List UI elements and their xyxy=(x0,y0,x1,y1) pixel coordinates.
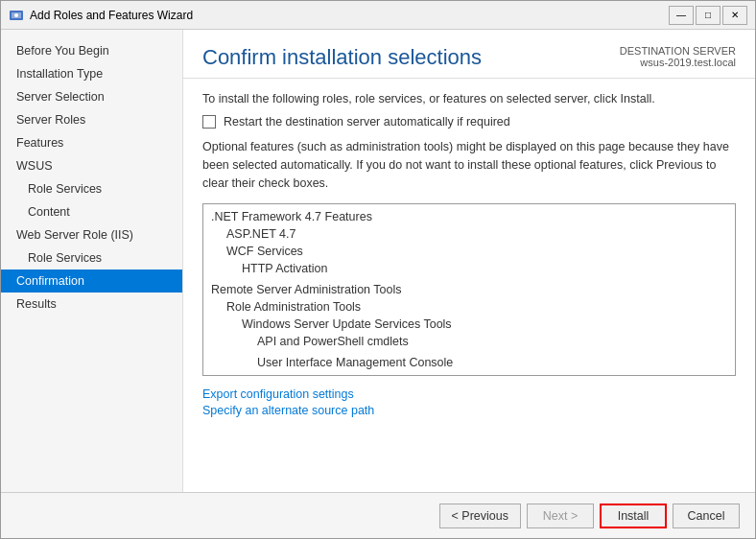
sidebar-item-role-services[interactable]: Role Services xyxy=(1,246,182,270)
feature-item: Remote Server Administration Tools xyxy=(203,281,735,298)
cancel-button[interactable]: Cancel xyxy=(673,504,740,528)
sidebar-item-wsus[interactable]: WSUS xyxy=(1,154,182,177)
sidebar-item-role-services[interactable]: Role Services xyxy=(1,177,182,200)
window-controls: — □ ✕ xyxy=(669,6,747,25)
next-button[interactable]: Next > xyxy=(527,504,594,528)
destination-server-name: wsus-2019.test.local xyxy=(620,57,736,68)
feature-item: .NET Framework 4.7 Features xyxy=(203,208,735,225)
content-area: Before You BeginInstallation TypeServer … xyxy=(1,30,755,492)
feature-item: ASP.NET 4.7 xyxy=(203,225,735,243)
restart-checkbox-row[interactable]: Restart the destination server automatic… xyxy=(202,115,736,129)
sidebar: Before You BeginInstallation TypeServer … xyxy=(1,30,183,492)
window-title: Add Roles and Features Wizard xyxy=(30,9,669,22)
svg-point-2 xyxy=(14,13,18,17)
close-button[interactable]: ✕ xyxy=(722,6,747,25)
sidebar-item-server-selection[interactable]: Server Selection xyxy=(1,85,182,108)
feature-item: WCF Services xyxy=(203,243,735,260)
main-body: To install the following roles, role ser… xyxy=(183,79,755,492)
sidebar-item-content[interactable]: Content xyxy=(1,200,182,223)
page-title: Confirm installation selections xyxy=(202,45,482,70)
main-panel: Confirm installation selections DESTINAT… xyxy=(183,30,755,492)
window-icon xyxy=(9,8,24,23)
previous-button[interactable]: < Previous xyxy=(439,504,521,528)
sidebar-item-before-you-begin[interactable]: Before You Begin xyxy=(1,39,182,62)
minimize-button[interactable]: — xyxy=(669,6,694,25)
sidebar-item-web-server-role-(iis)[interactable]: Web Server Role (IIS) xyxy=(1,223,182,246)
alternate-source-link[interactable]: Specify an alternate source path xyxy=(202,404,736,417)
sidebar-item-results[interactable]: Results xyxy=(1,293,182,316)
export-config-link[interactable]: Export configuration settings xyxy=(202,387,736,401)
intro-text: To install the following roles, role ser… xyxy=(202,92,736,105)
install-button[interactable]: Install xyxy=(600,504,667,528)
optional-text: Optional features (such as administratio… xyxy=(202,138,736,192)
feature-item: Role Administration Tools xyxy=(203,298,735,316)
feature-item: API and PowerShell cmdlets xyxy=(203,333,735,350)
destination-label: DESTINATION SERVER xyxy=(620,45,736,57)
feature-item: Windows Server Update Services Tools xyxy=(203,316,735,333)
wizard-window: Add Roles and Features Wizard — □ ✕ Befo… xyxy=(0,0,756,539)
footer: < Previous Next > Install Cancel xyxy=(1,492,755,538)
feature-item: User Interface Management Console xyxy=(203,354,735,371)
feature-item: Web Server (IIS) xyxy=(203,375,735,376)
sidebar-item-confirmation[interactable]: Confirmation xyxy=(1,270,182,293)
links-area: Export configuration settings Specify an… xyxy=(202,387,736,417)
restart-label: Restart the destination server automatic… xyxy=(224,115,510,129)
destination-server-info: DESTINATION SERVER wsus-2019.test.local xyxy=(620,45,736,68)
feature-item: HTTP Activation xyxy=(203,260,735,277)
sidebar-item-features[interactable]: Features xyxy=(1,131,182,154)
sidebar-item-server-roles[interactable]: Server Roles xyxy=(1,108,182,131)
sidebar-item-installation-type[interactable]: Installation Type xyxy=(1,62,182,85)
title-bar: Add Roles and Features Wizard — □ ✕ xyxy=(1,1,755,30)
main-header: Confirm installation selections DESTINAT… xyxy=(183,30,755,79)
restart-checkbox[interactable] xyxy=(202,115,216,129)
maximize-button[interactable]: □ xyxy=(696,6,721,25)
features-list[interactable]: .NET Framework 4.7 FeaturesASP.NET 4.7WC… xyxy=(202,203,736,376)
